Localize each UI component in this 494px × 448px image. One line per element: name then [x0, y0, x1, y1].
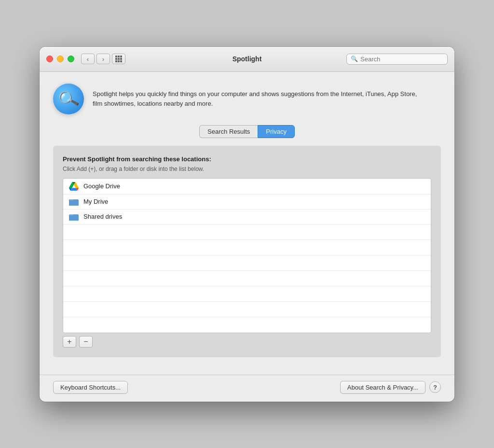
list-item-label: Shared drives — [83, 213, 122, 220]
list-item-empty — [63, 302, 431, 317]
minimize-button[interactable] — [57, 56, 64, 62]
help-button[interactable]: ? — [429, 381, 441, 393]
tab-search-results[interactable]: Search Results — [199, 125, 258, 138]
about-search-privacy-button[interactable]: About Search & Privacy... — [340, 381, 425, 394]
svg-rect-4 — [69, 215, 79, 221]
titlebar: ‹ › Spotlight 🔍 — [40, 47, 454, 72]
grid-icon — [115, 56, 122, 62]
close-button[interactable] — [46, 56, 53, 62]
google-drive-icon — [69, 182, 79, 191]
footer-left: Keyboard Shortcuts... — [53, 381, 128, 394]
remove-button[interactable]: − — [79, 336, 93, 348]
list-item-label: My Drive — [83, 198, 108, 205]
traffic-lights — [46, 56, 74, 62]
privacy-panel: Prevent Spotlight from searching these l… — [53, 146, 441, 357]
add-button[interactable]: + — [63, 336, 76, 348]
locations-list: Google Drive My Drive — [63, 178, 431, 333]
content-area: 🔍 Spotlight helps you quickly find thing… — [40, 72, 454, 375]
search-input[interactable] — [360, 56, 443, 63]
list-item-empty — [63, 286, 431, 302]
list-item-empty — [63, 271, 431, 286]
list-item-label: Google Drive — [83, 182, 120, 190]
nav-buttons: ‹ › — [81, 54, 110, 64]
add-remove-buttons: + − — [63, 336, 431, 348]
list-item-empty — [63, 317, 431, 333]
list-item-empty — [63, 224, 431, 240]
spotlight-app-icon: 🔍 — [53, 84, 84, 114]
prevent-title: Prevent Spotlight from searching these l… — [63, 155, 431, 163]
list-item-empty — [63, 255, 431, 271]
header-description: Spotlight helps you quickly find things … — [93, 89, 421, 108]
back-button[interactable]: ‹ — [81, 54, 95, 64]
main-window: ‹ › Spotlight 🔍 🔍 Spotlight helps you qu… — [40, 47, 454, 402]
forward-button[interactable]: › — [96, 54, 110, 64]
search-icon: 🔍 — [351, 56, 358, 62]
list-item[interactable]: My Drive — [63, 195, 431, 210]
grid-view-button[interactable] — [112, 54, 125, 64]
folder-icon — [69, 213, 79, 221]
keyboard-shortcuts-button[interactable]: Keyboard Shortcuts... — [53, 381, 128, 394]
list-item[interactable]: Shared drives — [63, 210, 431, 224]
tab-privacy[interactable]: Privacy — [258, 125, 295, 138]
window-title: Spotlight — [233, 55, 262, 63]
header-section: 🔍 Spotlight helps you quickly find thing… — [53, 84, 441, 114]
folder-icon — [69, 198, 79, 206]
footer: Keyboard Shortcuts... About Search & Pri… — [40, 375, 454, 402]
prevent-subtitle: Click Add (+), or drag a folder or disk … — [63, 166, 431, 172]
search-box[interactable]: 🔍 — [346, 54, 448, 65]
list-item[interactable]: Google Drive — [63, 179, 431, 195]
maximize-button[interactable] — [68, 56, 74, 62]
footer-right: About Search & Privacy... ? — [340, 381, 441, 394]
list-item-empty — [63, 240, 431, 255]
tab-bar: Search Results Privacy — [53, 125, 441, 138]
svg-rect-2 — [69, 200, 79, 206]
magnifier-icon: 🔍 — [57, 89, 80, 109]
